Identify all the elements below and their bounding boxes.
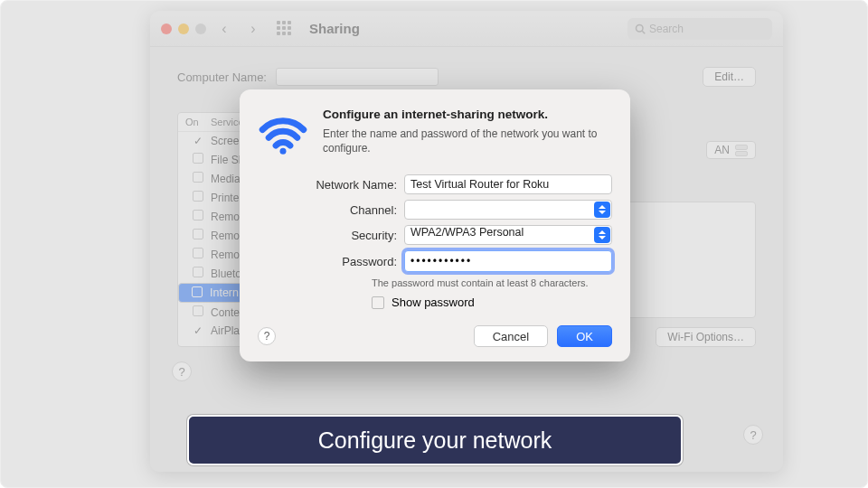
password-hint: The password must contain at least 8 cha… bbox=[372, 277, 612, 288]
apps-grid-icon[interactable] bbox=[277, 21, 293, 37]
edit-button[interactable]: Edit… bbox=[703, 67, 756, 87]
configure-network-dialog: Configure an internet-sharing network. E… bbox=[240, 89, 630, 361]
search-placeholder: Search bbox=[649, 23, 684, 35]
channel-label: Channel: bbox=[297, 203, 404, 217]
help-button[interactable]: ? bbox=[743, 425, 763, 445]
wifi-options-button[interactable]: Wi-Fi Options… bbox=[656, 327, 756, 347]
security-select[interactable]: WPA2/WPA3 Personal bbox=[404, 225, 612, 245]
svg-point-2 bbox=[280, 148, 287, 155]
titlebar: ‹ › Sharing Search bbox=[150, 11, 783, 47]
help-button[interactable]: ? bbox=[258, 327, 276, 345]
svg-point-0 bbox=[637, 24, 644, 32]
ok-button[interactable]: OK bbox=[557, 325, 612, 347]
chevron-updown-icon bbox=[594, 202, 610, 218]
traffic-lights bbox=[161, 23, 206, 34]
zoom-icon[interactable] bbox=[195, 23, 206, 34]
network-name-input[interactable] bbox=[404, 174, 612, 194]
network-name-label: Network Name: bbox=[297, 178, 404, 192]
dialog-subtitle: Enter the name and password of the netwo… bbox=[323, 127, 612, 155]
help-button[interactable]: ? bbox=[172, 361, 192, 381]
computer-name-input[interactable] bbox=[276, 68, 439, 86]
forward-button[interactable]: › bbox=[242, 20, 264, 38]
close-icon[interactable] bbox=[161, 23, 172, 34]
stepper-icon bbox=[735, 145, 748, 156]
back-button[interactable]: ‹ bbox=[213, 20, 235, 38]
lan-select[interactable]: AN bbox=[706, 141, 756, 159]
security-label: Security: bbox=[297, 229, 404, 242]
chevron-updown-icon bbox=[594, 227, 610, 243]
caption-banner: Configure your network bbox=[187, 415, 683, 465]
password-label: Password: bbox=[297, 255, 404, 268]
svg-line-1 bbox=[642, 31, 645, 33]
channel-select[interactable] bbox=[404, 200, 612, 220]
show-password-checkbox[interactable] bbox=[372, 296, 384, 309]
lan-label: AN bbox=[714, 144, 730, 156]
window-title: Sharing bbox=[309, 21, 360, 36]
search-input[interactable]: Search bbox=[627, 18, 772, 40]
computer-name-label: Computer Name: bbox=[177, 70, 267, 84]
dialog-title: Configure an internet-sharing network. bbox=[323, 108, 612, 121]
wifi-icon bbox=[258, 108, 308, 158]
col-on: On bbox=[185, 117, 211, 127]
cancel-button[interactable]: Cancel bbox=[474, 325, 548, 347]
password-input[interactable] bbox=[404, 250, 612, 272]
search-icon bbox=[635, 23, 646, 34]
minimize-icon[interactable] bbox=[178, 23, 189, 34]
show-password-label: Show password bbox=[392, 296, 475, 309]
